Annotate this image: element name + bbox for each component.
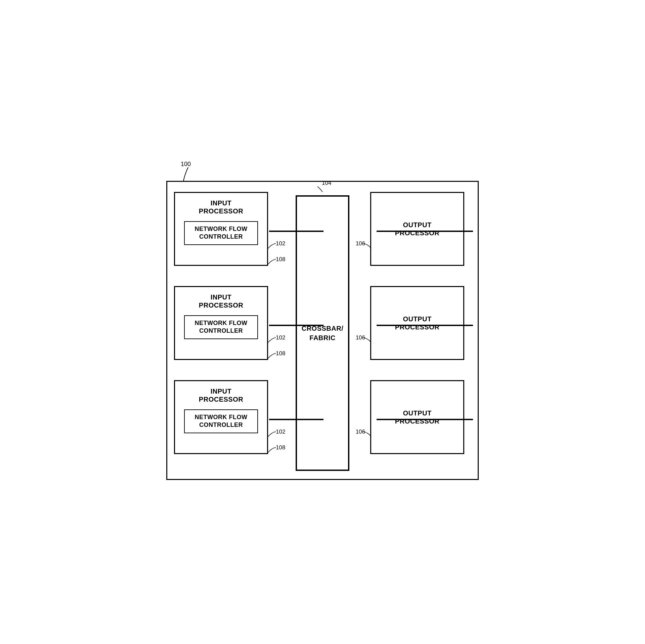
ref-106-2: 106 <box>362 336 375 345</box>
row-3: INPUTPROCESSOR NETWORK FLOWCONTROLLER 10… <box>167 377 478 457</box>
connector-right-2 <box>377 325 473 326</box>
ref-108-1: 108 <box>266 257 280 267</box>
ref-106-3: 106 <box>362 430 375 439</box>
input-processor-3: INPUTPROCESSOR NETWORK FLOWCONTROLLER <box>174 380 268 454</box>
row-1: INPUTPROCESSOR NETWORK FLOWCONTROLLER 10… <box>167 189 478 269</box>
main-ref-label: 100 <box>181 161 191 168</box>
row-2: INPUTPROCESSOR NETWORK FLOWCONTROLLER 10… <box>167 283 478 363</box>
output-processor-3: OUTPUTPROCESSOR <box>370 380 464 454</box>
ref-108-3: 108 <box>266 446 280 455</box>
input-processor-1: INPUTPROCESSOR NETWORK FLOWCONTROLLER <box>174 192 268 266</box>
ref-102-3: 102 <box>266 430 280 439</box>
input-processor-3-title: INPUTPROCESSOR <box>199 387 243 403</box>
connector-left-3 <box>269 419 324 420</box>
output-processor-1: OUTPUTPROCESSOR <box>370 192 464 266</box>
input-processor-1-title: INPUTPROCESSOR <box>199 199 243 215</box>
outer-box: CROSSBAR/FABRIC 104 INPUTPROCESSOR NETWO… <box>166 181 479 480</box>
connector-left-1 <box>269 231 324 232</box>
output-processor-3-title: OUTPUTPROCESSOR <box>395 409 439 425</box>
ref-108-2: 108 <box>266 352 280 361</box>
output-processor-2-title: OUTPUTPROCESSOR <box>395 315 439 331</box>
connector-right-3 <box>377 419 473 420</box>
output-processor-1-title: OUTPUTPROCESSOR <box>395 221 439 237</box>
connector-right-1 <box>377 231 473 232</box>
output-processor-2: OUTPUTPROCESSOR <box>370 286 464 360</box>
ref-102-2: 102 <box>266 336 280 345</box>
input-processor-2-title: INPUTPROCESSOR <box>199 293 243 309</box>
connector-left-2 <box>269 325 324 326</box>
ref-106-1: 106 <box>362 242 375 251</box>
diagram-wrapper: 100 CROSSBAR/FABRIC 104 INPUTPROCESSOR N… <box>161 161 484 483</box>
nfc-box-3: NETWORK FLOWCONTROLLER <box>184 409 258 433</box>
nfc-box-2: NETWORK FLOWCONTROLLER <box>184 315 258 339</box>
ref-102-1: 102 <box>266 242 280 251</box>
nfc-box-1: NETWORK FLOWCONTROLLER <box>184 221 258 245</box>
input-processor-2: INPUTPROCESSOR NETWORK FLOWCONTROLLER <box>174 286 268 360</box>
